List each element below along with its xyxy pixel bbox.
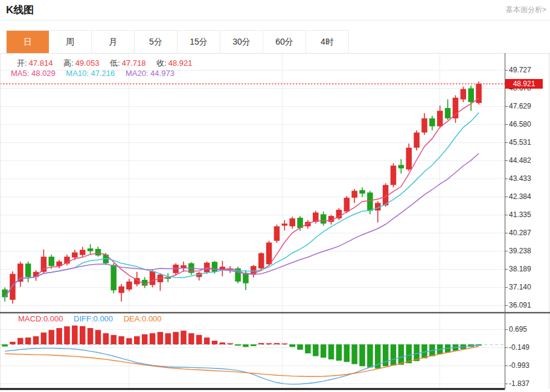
ma20-value: MA20: 44.973 — [126, 69, 174, 78]
y-axis-label: 45.531 — [509, 138, 531, 147]
ohlc-legend: 开:47.814 高:49.053 低:47.718 收:48.921 — [17, 58, 194, 69]
diff-value: DIFF:0.000 — [74, 314, 113, 323]
open-value: 47.814 — [29, 58, 53, 68]
current-price-marker: 48.921 — [505, 79, 543, 89]
close-label: 收: — [156, 58, 167, 68]
y-axis-label: 39.238 — [509, 247, 531, 255]
close-value: 48.921 — [168, 58, 193, 68]
kline-chart-page: K线图 基本面分析> 日周月5分15分30分60分4时 开:47.814 高:4… — [0, 0, 550, 392]
low-value: 47.718 — [122, 58, 146, 68]
y-axis-label: -0.993 — [509, 361, 529, 370]
y-axis-label: 47.629 — [509, 102, 531, 110]
y-axis-label: -1.837 — [509, 379, 529, 388]
high-label: 高: — [63, 58, 74, 68]
y-axis-label: 38.189 — [509, 265, 531, 273]
y-axis-label: 41.335 — [509, 210, 531, 219]
low-label: 低: — [110, 58, 120, 68]
y-axis-label: 37.140 — [509, 283, 531, 291]
ma-legend: MA5: 48.029 MA10: 47.216 MA20: 44.973 — [11, 69, 176, 78]
y-axis-label: 44.482 — [509, 156, 531, 165]
macd-value: MACD:0.000 — [18, 314, 63, 323]
y-axis-label: 40.287 — [509, 229, 531, 237]
high-value: 49.053 — [75, 58, 100, 68]
y-axis-label: -0.149 — [509, 343, 529, 352]
y-axis-label: 42.384 — [509, 192, 531, 201]
y-axis-label: 36.091 — [509, 301, 531, 309]
open-label: 开: — [17, 58, 27, 68]
ma5-value: MA5: 48.029 — [11, 69, 56, 78]
y-axis-label: 43.433 — [509, 174, 531, 183]
y-axis-label: 49.727 — [509, 66, 531, 74]
y-axis-label: 0.695 — [509, 325, 527, 334]
ma10-value: MA10: 47.216 — [66, 69, 115, 78]
macd-legend: MACD:0.000 DIFF:0.000 DEA:0.000 — [18, 314, 164, 323]
y-axis-label: 46.580 — [509, 120, 531, 128]
dea-value: DEA:0.000 — [124, 314, 162, 323]
